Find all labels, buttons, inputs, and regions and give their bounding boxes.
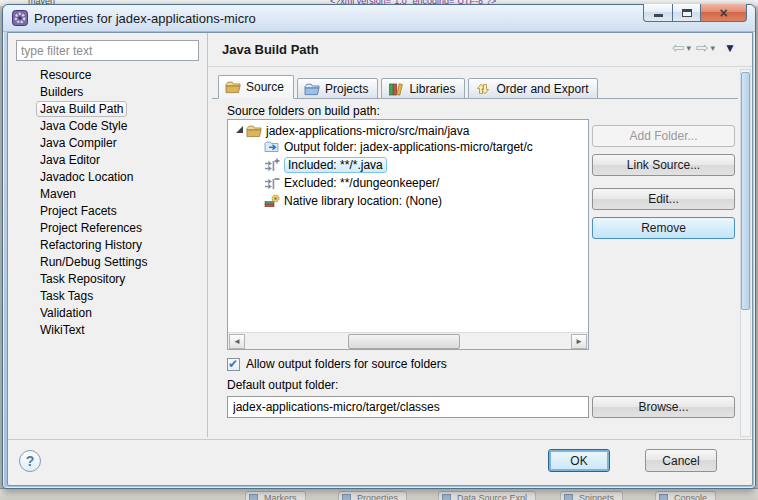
dialog-body: Resource Builders Java Build Path Java C…	[7, 32, 753, 486]
sidebar-item-java-code-style[interactable]: Java Code Style	[16, 118, 204, 135]
sidebar-item-project-facets[interactable]: Project Facets	[16, 203, 204, 220]
footer-separator	[8, 439, 752, 440]
tree-item-label: Excluded: **/dungeonkeeper/	[284, 176, 439, 190]
sidebar-item-java-compiler[interactable]: Java Compiler	[16, 135, 204, 152]
scroll-right-icon[interactable]: ►	[571, 334, 587, 349]
forward-arrow-icon[interactable]: ⇨	[696, 39, 709, 57]
add-folder-button[interactable]: Add Folder...	[592, 125, 735, 147]
tree-item-source-folder[interactable]: jadex-applications-micro/src/main/java	[228, 120, 588, 138]
sidebar-item-javadoc-location[interactable]: Javadoc Location	[16, 169, 204, 186]
page-navigation: ⇦ ▾ ⇨ ▾ ▼	[672, 39, 736, 57]
order-export-icon	[475, 81, 491, 97]
source-folders-tree[interactable]: jadex-applications-micro/src/main/java O…	[227, 119, 589, 350]
remove-button[interactable]: Remove	[592, 217, 735, 239]
background-tab: Properties	[338, 491, 407, 500]
minimize-icon	[654, 14, 663, 17]
default-output-folder-input[interactable]	[227, 396, 589, 418]
sidebar-divider	[207, 33, 208, 437]
back-arrow-icon[interactable]: ⇦	[672, 39, 685, 57]
sidebar-item-java-build-path[interactable]: Java Build Path	[16, 101, 204, 118]
back-dropdown-caret[interactable]: ▾	[686, 43, 691, 53]
link-source-button[interactable]: Link Source...	[592, 154, 735, 176]
tree-caption: Source folders on build path:	[227, 104, 380, 118]
sidebar-item-java-editor[interactable]: Java Editor	[16, 152, 204, 169]
tree-horizontal-scrollbar[interactable]: ◄ ►	[228, 332, 588, 349]
sidebar-item-maven[interactable]: Maven	[16, 186, 204, 203]
background-tab: Console	[655, 491, 716, 500]
exclusion-filter-icon	[264, 175, 280, 191]
title-bar[interactable]: Properties for jadex-applications-micro …	[3, 5, 755, 32]
cancel-button[interactable]: Cancel	[645, 449, 717, 472]
package-folder-icon	[246, 123, 262, 139]
sidebar-item-run-debug-settings[interactable]: Run/Debug Settings	[16, 254, 204, 271]
tree-item-included[interactable]: Included: **/*.java	[228, 156, 588, 174]
tab-projects[interactable]: Projects	[297, 78, 378, 99]
close-icon: ×	[719, 6, 727, 20]
tree-item-output-folder[interactable]: Output folder: jadex-applications-micro/…	[228, 138, 588, 156]
properties-dialog: Properties for jadex-applications-micro …	[2, 4, 756, 489]
tree-item-label: Native library location: (None)	[284, 194, 442, 208]
sidebar-item-wikitext[interactable]: WikiText	[16, 322, 204, 339]
scroll-left-icon[interactable]: ◄	[229, 334, 245, 349]
sidebar-item-builders[interactable]: Builders	[16, 84, 204, 101]
maximize-button[interactable]	[673, 4, 701, 22]
help-button[interactable]: ?	[19, 450, 41, 472]
output-folder-icon	[264, 139, 280, 155]
header-separator	[208, 66, 752, 67]
properties-gear-icon	[12, 10, 28, 26]
tab-source[interactable]: Source	[218, 75, 294, 99]
tree-item-label: Output folder: jadex-applications-micro/…	[284, 140, 533, 154]
tab-order-and-export[interactable]: Order and Export	[468, 78, 598, 99]
background-tabbar-strip: Markers Properties Data Source Expl Snip…	[0, 488, 758, 500]
tree-item-excluded[interactable]: Excluded: **/dungeonkeeper/	[228, 174, 588, 192]
sidebar-item-project-references[interactable]: Project References	[16, 220, 204, 237]
browse-button[interactable]: Browse...	[592, 396, 735, 418]
forward-dropdown-caret[interactable]: ▾	[711, 43, 716, 53]
tree-item-label: jadex-applications-micro/src/main/java	[266, 124, 469, 138]
sidebar-item-validation[interactable]: Validation	[16, 305, 204, 322]
checkbox-label: Allow output folders for source folders	[246, 357, 447, 371]
background-tab: Data Source Expl	[438, 491, 536, 500]
maximize-icon	[682, 9, 692, 17]
package-folder-icon	[225, 79, 241, 95]
background-tab: Snippets	[560, 491, 623, 500]
default-output-folder-label: Default output folder:	[227, 378, 338, 392]
background-tab: Markers	[245, 491, 306, 500]
inclusion-filter-icon	[264, 157, 280, 173]
filter-input[interactable]	[16, 40, 199, 61]
open-folder-icon	[304, 81, 320, 97]
minimize-button[interactable]	[643, 4, 673, 22]
scrollbar-thumb[interactable]	[348, 334, 460, 349]
page-vertical-scrollbar[interactable]	[740, 69, 751, 437]
tree-item-native-library[interactable]: Native library location: (None)	[228, 192, 588, 210]
view-menu-icon[interactable]: ▼	[724, 41, 736, 55]
sidebar-item-refactoring-history[interactable]: Refactoring History	[16, 237, 204, 254]
ok-button[interactable]: OK	[548, 449, 610, 472]
window-title: Properties for jadex-applications-micro	[34, 11, 256, 26]
allow-output-folders-row: Allow output folders for source folders	[227, 357, 447, 371]
close-button[interactable]: ×	[701, 4, 747, 22]
edit-button[interactable]: Edit...	[592, 188, 735, 210]
properties-nav-list: Resource Builders Java Build Path Java C…	[16, 67, 204, 339]
page-title: Java Build Path	[222, 42, 319, 57]
scrollbar-thumb[interactable]	[741, 72, 750, 310]
native-library-icon	[264, 193, 280, 209]
sidebar-item-resource[interactable]: Resource	[16, 67, 204, 84]
sidebar-item-task-tags[interactable]: Task Tags	[16, 288, 204, 305]
sidebar-item-task-repository[interactable]: Task Repository	[16, 271, 204, 288]
tree-item-label: Included: **/*.java	[284, 157, 387, 173]
expander-icon[interactable]	[236, 126, 243, 133]
tab-libraries[interactable]: Libraries	[381, 78, 465, 99]
allow-output-folders-checkbox[interactable]	[227, 358, 240, 371]
books-icon	[388, 81, 404, 97]
build-path-tabs: Source Projects Libraries	[218, 75, 601, 99]
